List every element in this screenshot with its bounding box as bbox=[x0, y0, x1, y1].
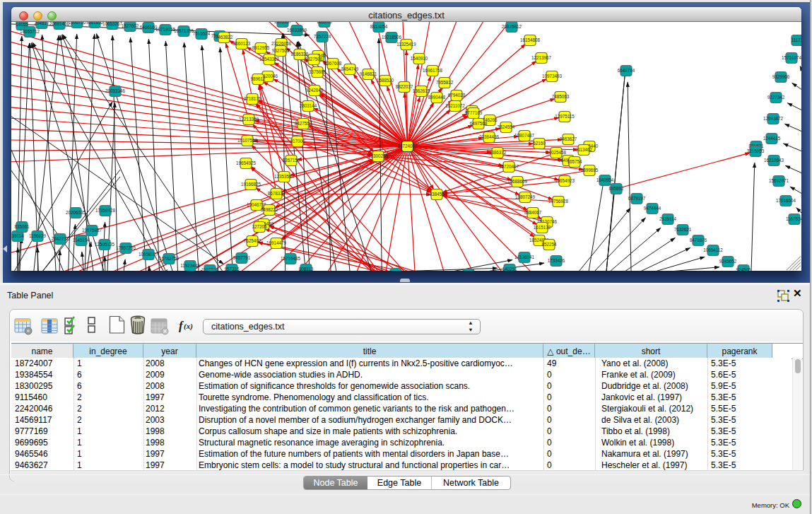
svg-text:1906716: 1906716 bbox=[69, 22, 86, 25]
svg-text:10719155: 10719155 bbox=[155, 27, 176, 32]
svg-text:9227342: 9227342 bbox=[767, 95, 785, 100]
svg-text:7955812: 7955812 bbox=[436, 80, 454, 85]
svg-text:9463627: 9463627 bbox=[560, 136, 577, 141]
svg-text:8471876: 8471876 bbox=[690, 238, 707, 243]
svg-text:7386372: 7386372 bbox=[489, 150, 507, 155]
svg-text:6879197: 6879197 bbox=[628, 196, 646, 201]
svg-text:8660123: 8660123 bbox=[233, 41, 251, 46]
svg-text:6648784: 6648784 bbox=[618, 68, 635, 73]
svg-text:14136141: 14136141 bbox=[514, 255, 535, 259]
svg-text:17016504: 17016504 bbox=[776, 198, 796, 203]
svg-text:17957255: 17957255 bbox=[116, 245, 136, 250]
svg-text:6497568: 6497568 bbox=[470, 121, 488, 126]
svg-text:2935114: 2935114 bbox=[659, 216, 677, 221]
svg-text:15692971: 15692971 bbox=[769, 178, 789, 183]
svg-text:9327508: 9327508 bbox=[305, 57, 323, 62]
svg-text:14055712: 14055712 bbox=[20, 29, 40, 34]
svg-text:15720407: 15720407 bbox=[499, 164, 519, 169]
svg-text:7485063: 7485063 bbox=[552, 94, 570, 99]
svg-text:1540910: 1540910 bbox=[411, 56, 428, 61]
svg-text:924565: 924565 bbox=[736, 267, 751, 271]
svg-text:9245652: 9245652 bbox=[719, 259, 737, 264]
svg-text:7357224: 7357224 bbox=[314, 34, 331, 39]
svg-text:12213967: 12213967 bbox=[531, 55, 552, 60]
svg-text:10688609: 10688609 bbox=[507, 179, 528, 184]
svg-text:19654923: 19654923 bbox=[555, 178, 575, 183]
svg-text:8990448: 8990448 bbox=[428, 95, 446, 100]
svg-text:140251: 140251 bbox=[502, 267, 517, 271]
svg-text:1145194: 1145194 bbox=[73, 238, 90, 243]
svg-text:16154808: 16154808 bbox=[520, 37, 541, 42]
svg-text:19756928: 19756928 bbox=[548, 199, 569, 204]
svg-text:8678332: 8678332 bbox=[268, 191, 286, 196]
svg-text:917006: 917006 bbox=[290, 139, 305, 144]
svg-text:989612: 989612 bbox=[250, 76, 266, 81]
svg-text:20053346: 20053346 bbox=[105, 88, 126, 93]
svg-text:127205: 127205 bbox=[252, 224, 267, 229]
svg-text:16782759: 16782759 bbox=[159, 256, 180, 261]
svg-text:9361852: 9361852 bbox=[86, 22, 104, 25]
svg-text:7632621: 7632621 bbox=[674, 227, 692, 232]
svg-text:19166825: 19166825 bbox=[241, 182, 261, 187]
svg-text:9242848: 9242848 bbox=[306, 88, 324, 93]
svg-text:20876812: 20876812 bbox=[502, 24, 522, 29]
svg-text:19975887: 19975887 bbox=[82, 228, 102, 233]
svg-text:8454749: 8454749 bbox=[341, 66, 359, 71]
svg-text:1615132: 1615132 bbox=[534, 225, 551, 230]
svg-text:12353594: 12353594 bbox=[274, 174, 295, 179]
svg-text:8822037: 8822037 bbox=[396, 84, 413, 89]
svg-text:9329966: 9329966 bbox=[772, 74, 790, 79]
svg-text:20206535: 20206535 bbox=[66, 210, 86, 215]
svg-text:10107553: 10107553 bbox=[237, 138, 258, 143]
svg-text:19218506: 19218506 bbox=[382, 35, 402, 40]
svg-text:7463822: 7463822 bbox=[216, 35, 233, 40]
svg-text:11325419: 11325419 bbox=[396, 42, 416, 47]
svg-text:1733426: 1733426 bbox=[548, 258, 565, 263]
svg-text:165754: 165754 bbox=[567, 159, 582, 164]
svg-text:2718176: 2718176 bbox=[244, 96, 261, 101]
svg-text:12975115: 12975115 bbox=[555, 114, 575, 119]
svg-text:1244415: 1244415 bbox=[763, 136, 781, 141]
svg-text:852254: 852254 bbox=[541, 242, 557, 247]
svg-text:3375685: 3375685 bbox=[309, 69, 326, 74]
svg-text:3215953: 3215953 bbox=[747, 148, 765, 153]
svg-text:8267150: 8267150 bbox=[283, 158, 300, 163]
svg-text:3824554: 3824554 bbox=[498, 124, 515, 129]
svg-text:10025458: 10025458 bbox=[546, 150, 567, 155]
svg-text:8186328: 8186328 bbox=[291, 52, 309, 57]
svg-text:9777169: 9777169 bbox=[465, 110, 483, 115]
svg-text:10973493: 10973493 bbox=[542, 74, 563, 78]
svg-text:10653267: 10653267 bbox=[102, 22, 123, 26]
svg-text:9474444: 9474444 bbox=[644, 206, 661, 211]
svg-text:16210643: 16210643 bbox=[764, 158, 784, 163]
svg-text:16033809: 16033809 bbox=[287, 28, 307, 33]
svg-text:20691406: 20691406 bbox=[49, 22, 70, 26]
svg-text:18300295: 18300295 bbox=[368, 153, 389, 158]
svg-text:1362615: 1362615 bbox=[413, 88, 430, 93]
svg-text:39114: 39114 bbox=[11, 233, 24, 238]
svg-text:18724007: 18724007 bbox=[397, 144, 418, 148]
svg-text:20364436: 20364436 bbox=[479, 134, 500, 139]
svg-text:62160: 62160 bbox=[533, 141, 546, 146]
svg-text:9113462: 9113462 bbox=[575, 147, 593, 152]
svg-text:(x): (x) bbox=[184, 322, 193, 331]
svg-text:16671355: 16671355 bbox=[174, 28, 194, 33]
svg-text:10958107: 10958107 bbox=[139, 252, 159, 257]
svg-text:7625402: 7625402 bbox=[244, 238, 261, 243]
svg-text:16211072: 16211072 bbox=[445, 103, 465, 108]
svg-text:9457791: 9457791 bbox=[233, 255, 251, 260]
svg-text:2803144: 2803144 bbox=[300, 103, 317, 108]
svg-text:15716485: 15716485 bbox=[281, 256, 301, 261]
svg-text:12093872: 12093872 bbox=[763, 116, 784, 121]
svg-text:19654925: 19654925 bbox=[236, 160, 257, 165]
svg-text:1167534: 1167534 bbox=[786, 216, 801, 221]
svg-text:895892: 895892 bbox=[608, 186, 624, 191]
svg-text:10654112: 10654112 bbox=[703, 247, 723, 252]
svg-text:2942737: 2942737 bbox=[52, 236, 69, 241]
svg-text:8912955: 8912955 bbox=[252, 45, 270, 50]
svg-text:7515524: 7515524 bbox=[193, 31, 211, 36]
svg-text:808113: 808113 bbox=[299, 267, 314, 271]
svg-text:204817: 204817 bbox=[34, 22, 49, 25]
svg-text:9899695: 9899695 bbox=[581, 168, 599, 173]
svg-text:15751074: 15751074 bbox=[782, 55, 801, 60]
